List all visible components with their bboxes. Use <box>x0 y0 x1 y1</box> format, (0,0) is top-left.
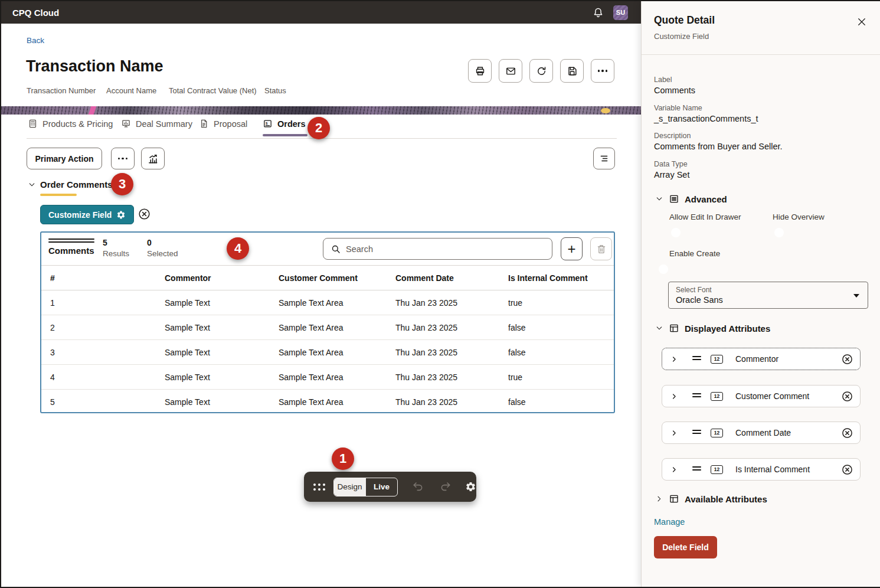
back-link[interactable]: Back <box>27 36 44 45</box>
caret-down-icon <box>853 294 859 298</box>
drag-handle-icon[interactable] <box>692 393 701 399</box>
tab-orders[interactable]: Orders <box>263 119 306 129</box>
advanced-section-header[interactable]: Advanced <box>655 194 727 204</box>
gear-icon <box>116 210 126 220</box>
remove-attribute-icon[interactable] <box>841 353 853 365</box>
panel-subtitle: Customize Field <box>654 32 709 41</box>
font-select-value: Oracle Sans <box>676 295 861 305</box>
refresh-button[interactable] <box>529 59 553 83</box>
drag-handle-icon[interactable] <box>692 466 701 472</box>
design-live-switcher: Design Live <box>333 478 398 496</box>
array-field-icon: 12 <box>711 355 723 364</box>
quote-detail-panel: Quote Detail Customize Field Label Comme… <box>641 1 880 587</box>
chevron-right-icon[interactable] <box>670 466 678 473</box>
search-input[interactable] <box>346 239 547 259</box>
live-mode-tab[interactable]: Live <box>365 478 397 496</box>
table-row[interactable]: 1Sample TextSample Text AreaThu Jan 23 2… <box>41 290 614 315</box>
layout-toggle-button[interactable] <box>593 148 615 169</box>
remove-attribute-icon[interactable] <box>841 463 853 476</box>
tab-proposal[interactable]: Proposal <box>199 119 247 129</box>
attribute-card-is-internal-comment[interactable]: 12 Is Internal Comment <box>662 458 861 481</box>
field-label-transaction-number: Transaction Number <box>27 86 96 95</box>
chevron-right-icon[interactable] <box>670 393 678 400</box>
drag-handle-icon[interactable] <box>48 239 94 243</box>
col-header-is-internal[interactable]: Is Internal Comment <box>508 273 614 283</box>
presentation-icon <box>121 119 131 129</box>
table-row[interactable]: 5Sample TextSample Text AreaThu Jan 23 2… <box>41 390 614 414</box>
print-button[interactable] <box>468 59 492 83</box>
redo-icon[interactable] <box>439 481 452 493</box>
col-header-customer-comment[interactable]: Customer Comment <box>279 273 395 283</box>
ellipsis-icon <box>118 158 128 160</box>
design-mode-tab[interactable]: Design <box>334 478 365 496</box>
table-title: Comments <box>48 246 94 256</box>
manage-link[interactable]: Manage <box>654 517 685 527</box>
analytics-button[interactable] <box>141 148 165 169</box>
tab-deal-summary[interactable]: Deal Summary <box>121 119 192 129</box>
banner-accent <box>89 106 97 115</box>
displayed-attributes-header[interactable]: Displayed Attributes <box>655 323 770 334</box>
table-row[interactable]: 3Sample TextSample Text AreaThu Jan 23 2… <box>41 340 614 365</box>
orders-doc-icon <box>263 119 273 129</box>
array-field-icon: 12 <box>711 392 723 401</box>
order-comments-section-header[interactable]: Order Comments <box>28 179 113 190</box>
user-avatar[interactable]: SU <box>613 5 628 20</box>
col-header-num[interactable]: # <box>50 273 165 283</box>
col-header-comment-date[interactable]: Comment Date <box>395 273 508 283</box>
drag-handle-icon[interactable] <box>692 356 701 362</box>
delete-field-button[interactable]: Delete Field <box>654 536 717 558</box>
toggle-label-allow-edit: Allow Edit In Drawer <box>669 213 741 221</box>
design-mode-toolbar: Design Live <box>304 472 476 502</box>
annotation-badge-1: 1 <box>332 447 354 470</box>
attribute-card-commentor[interactable]: 12 Commentor <box>662 348 861 370</box>
drag-handle-icon[interactable] <box>692 430 701 436</box>
remove-attribute-icon[interactable] <box>841 390 853 403</box>
email-button[interactable] <box>499 59 522 83</box>
remove-attribute-icon[interactable] <box>841 427 853 439</box>
decorative-banner <box>1 106 641 115</box>
main-area: CPQ Cloud SU Back Transaction Name Trans… <box>1 1 641 587</box>
chevron-right-icon[interactable] <box>670 429 678 437</box>
toggle-knob <box>659 264 668 274</box>
notification-bell-icon[interactable] <box>593 7 604 18</box>
chevron-right-icon[interactable] <box>670 355 678 363</box>
trash-icon <box>596 244 607 254</box>
field-label-status: Status <box>264 86 286 95</box>
customize-field-button[interactable]: Customize Field <box>40 205 134 224</box>
font-select-label: Select Font <box>676 286 861 294</box>
table-header: Comments 5 Results 0 Selected 4 + <box>41 233 614 266</box>
delete-row-button <box>590 237 612 260</box>
field-label-account-name: Account Name <box>106 86 156 95</box>
attribute-card-customer-comment[interactable]: 12 Customer Comment <box>662 385 861 407</box>
detail-field-description: Description Comments from Buyer and Sell… <box>654 132 783 151</box>
undo-icon[interactable] <box>412 481 424 493</box>
detail-field-variable-name: Variable Name _s_transactionComments_t <box>654 104 758 123</box>
chevron-down-icon <box>655 324 663 332</box>
toggle-label-enable-create: Enable Create <box>669 249 720 258</box>
more-actions-button[interactable] <box>591 59 614 83</box>
layout-icon <box>669 494 679 504</box>
detail-field-label: Label Comments <box>654 76 695 95</box>
panel-divider <box>642 54 880 55</box>
drag-grip-icon[interactable] <box>313 484 325 491</box>
calculator-icon <box>28 119 38 129</box>
section-highlight-underline <box>40 194 77 196</box>
table-row[interactable]: 2Sample TextSample Text AreaThu Jan 23 2… <box>41 315 614 340</box>
add-row-button[interactable]: + <box>561 237 583 260</box>
font-select-dropdown[interactable]: Select Font Oracle Sans <box>668 282 868 309</box>
more-options-button[interactable] <box>111 148 135 169</box>
chevron-down-icon <box>28 181 36 189</box>
col-header-commentor[interactable]: Commentor <box>165 273 279 283</box>
attribute-card-comment-date[interactable]: 12 Comment Date <box>662 422 861 444</box>
tab-products-pricing[interactable]: Products & Pricing <box>28 119 113 129</box>
primary-action-button[interactable]: Primary Action <box>27 148 102 169</box>
available-attributes-header[interactable]: Available Attributes <box>655 494 767 504</box>
close-icon[interactable] <box>856 17 867 27</box>
settings-gear-icon[interactable] <box>465 481 476 492</box>
remove-field-icon[interactable] <box>138 207 151 221</box>
list-box-icon <box>669 194 679 204</box>
search-icon <box>331 244 341 254</box>
save-button[interactable] <box>560 59 584 83</box>
table-row[interactable]: 4Sample TextSample Text AreaThu Jan 23 2… <box>41 365 614 390</box>
bar-chart-icon <box>147 153 159 165</box>
